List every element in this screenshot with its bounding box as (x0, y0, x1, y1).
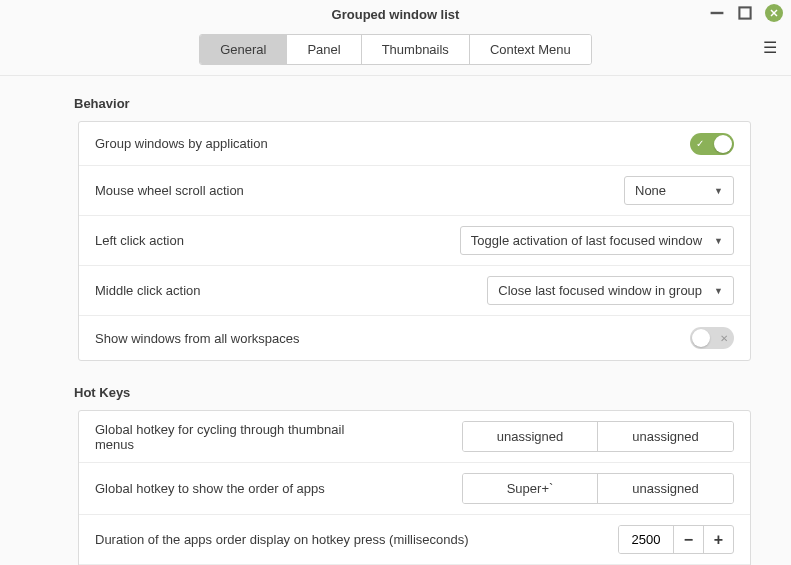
hotkey-cycle-2[interactable]: unassigned (598, 422, 733, 451)
row-group-windows: Group windows by application ✓ (79, 122, 750, 166)
tab-bar: General Panel Thumbnails Context Menu ☰ (0, 28, 791, 75)
increment-button[interactable]: + (703, 526, 733, 553)
label-mouse-wheel: Mouse wheel scroll action (95, 183, 612, 198)
tab-context-menu[interactable]: Context Menu (470, 35, 591, 64)
behavior-panel: Group windows by application ✓ Mouse whe… (78, 121, 751, 361)
tab-thumbnails[interactable]: Thumbnails (362, 35, 470, 64)
row-left-click: Left click action Toggle activation of l… (79, 216, 750, 266)
label-cycle-hotkey: Global hotkey for cycling through thumbn… (95, 422, 355, 452)
dropdown-middle-click[interactable]: Close last focused window in group ▼ (487, 276, 734, 305)
section-behavior-header: Behavior (74, 96, 751, 111)
hotkey-cycle-1[interactable]: unassigned (463, 422, 598, 451)
row-mouse-wheel: Mouse wheel scroll action None ▼ (79, 166, 750, 216)
hotkey-pair-cycle: unassigned unassigned (462, 421, 734, 452)
chevron-down-icon: ▼ (714, 236, 723, 246)
dropdown-value: Toggle activation of last focused window (471, 233, 702, 248)
row-cycle-hotkey: Global hotkey for cycling through thumbn… (79, 411, 750, 463)
dropdown-value: None (635, 183, 666, 198)
chevron-down-icon: ▼ (714, 186, 723, 196)
row-show-all-workspaces: Show windows from all workspaces ✕ (79, 316, 750, 360)
row-middle-click: Middle click action Close last focused w… (79, 266, 750, 316)
hotkey-order-1[interactable]: Super+` (463, 474, 598, 503)
hotkey-order-2[interactable]: unassigned (598, 474, 733, 503)
hotkey-pair-order: Super+` unassigned (462, 473, 734, 504)
chevron-down-icon: ▼ (714, 286, 723, 296)
section-hotkeys-header: Hot Keys (74, 385, 751, 400)
toggle-show-all-workspaces[interactable]: ✕ (690, 327, 734, 349)
label-group-windows: Group windows by application (95, 136, 678, 151)
content: Behavior Group windows by application ✓ … (0, 76, 791, 565)
decrement-button[interactable]: − (673, 526, 703, 553)
toggle-knob (714, 135, 732, 153)
window-title: Grouped window list (332, 7, 460, 22)
toggle-knob (692, 329, 710, 347)
tab-general[interactable]: General (200, 35, 287, 64)
tabs: General Panel Thumbnails Context Menu (199, 34, 592, 65)
label-show-all-workspaces: Show windows from all workspaces (95, 331, 678, 346)
x-icon: ✕ (720, 333, 728, 344)
titlebar: Grouped window list (0, 0, 791, 28)
dropdown-mouse-wheel[interactable]: None ▼ (624, 176, 734, 205)
dropdown-left-click[interactable]: Toggle activation of last focused window… (460, 226, 734, 255)
maximize-button[interactable] (737, 5, 753, 21)
label-order-hotkey: Global hotkey to show the order of apps (95, 481, 450, 496)
label-left-click: Left click action (95, 233, 448, 248)
toggle-group-windows[interactable]: ✓ (690, 133, 734, 155)
dropdown-value: Close last focused window in group (498, 283, 702, 298)
duration-input[interactable] (619, 526, 673, 553)
minimize-button[interactable] (709, 5, 725, 21)
label-middle-click: Middle click action (95, 283, 475, 298)
svg-rect-1 (739, 7, 750, 18)
window-controls (709, 4, 783, 22)
tab-panel[interactable]: Panel (287, 35, 361, 64)
label-duration: Duration of the apps order display on ho… (95, 532, 606, 547)
row-duration: Duration of the apps order display on ho… (79, 515, 750, 565)
row-order-hotkey: Global hotkey to show the order of apps … (79, 463, 750, 515)
hotkeys-panel: Global hotkey for cycling through thumbn… (78, 410, 751, 565)
duration-spinner: − + (618, 525, 734, 554)
check-icon: ✓ (696, 138, 704, 149)
close-button[interactable] (765, 4, 783, 22)
menu-icon[interactable]: ☰ (763, 38, 777, 57)
